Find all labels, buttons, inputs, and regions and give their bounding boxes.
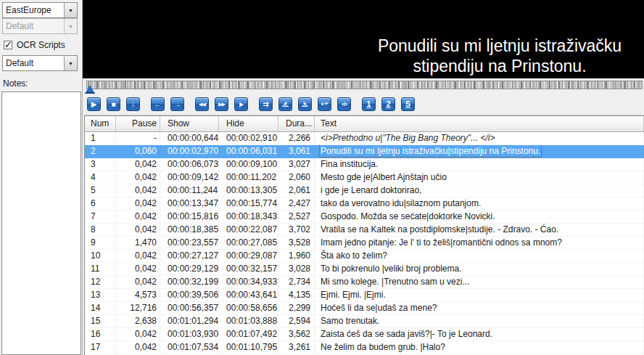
fast-forward-button[interactable]: ▶▶	[215, 97, 228, 111]
cell-duration: 2,266	[278, 132, 315, 144]
style-1-button[interactable]: 1	[362, 97, 376, 111]
subtitle-row[interactable]: 17 0,042 00:01:07,534 00:01:10,795 3,261…	[85, 341, 644, 354]
column-header-show[interactable]: Show	[160, 116, 219, 131]
subtitle-row[interactable]: 7 0,042 00:00:15,816 00:00:18,343 2,527 …	[85, 211, 644, 224]
subtitle-row[interactable]: 6 0,042 00:00:13,347 00:00:15,774 2,427 …	[85, 197, 644, 211]
notes-label: Notes:	[3, 78, 79, 89]
rewind-icon: ◀◀	[199, 102, 205, 107]
subtitle-row[interactable]: 5 0,042 00:00:11,244 00:00:13,305 2,061 …	[85, 184, 644, 197]
rewind-button[interactable]: ◀◀	[195, 97, 209, 111]
subtitle-row[interactable]: 4 0,042 00:00:09,142 00:00:11,202 2,060 …	[85, 171, 644, 184]
cell-num: 12	[85, 276, 116, 288]
chevron-down-icon[interactable]: ▼	[64, 56, 77, 70]
cell-text: To bi pokrenulo |veliki broj problema.	[315, 263, 644, 275]
secondary-select-value: Default	[3, 21, 64, 31]
cell-hide: 00:00:58,656	[219, 302, 278, 314]
stop-icon: ■	[111, 101, 115, 108]
seek-right-button[interactable]: →	[170, 97, 184, 111]
subtitle-row[interactable]: 10 0,042 00:00:27,127 00:00:29,087 1,960…	[85, 250, 644, 263]
cell-hide: 00:00:13,305	[219, 184, 278, 197]
subtitle-overlay-line1: Ponudili su mi ljetnju istraživačku	[360, 36, 640, 56]
cell-show: 00:00:02,970	[160, 145, 219, 158]
subtitle-row[interactable]: 13 4,573 00:00:39,506 00:00:43,641 4,135…	[85, 289, 644, 302]
cell-duration: 2,734	[278, 276, 315, 288]
chevron-down-icon: ▼	[64, 19, 77, 33]
column-header-text[interactable]: Text	[315, 116, 644, 131]
cell-pause: 2,638	[116, 315, 160, 327]
timeline-track[interactable]	[86, 81, 643, 89]
cell-num: 3	[85, 158, 116, 171]
cell-show: 00:00:13,347	[160, 197, 219, 210]
cell-num: 4	[85, 171, 116, 184]
fast-forward-icon: ▶▶	[218, 102, 225, 107]
subtitle-row[interactable]: 12 0,042 00:00:32,199 00:00:34,933 2,734…	[85, 276, 644, 289]
split-button[interactable]: </>	[337, 97, 351, 111]
notes-textarea[interactable]	[1, 91, 81, 355]
play-button[interactable]: ▶	[87, 97, 101, 111]
subtitle-row[interactable]: 3 0,042 00:00:06,073 00:00:09,100 3,027 …	[85, 158, 644, 171]
cell-show: 00:01:07,534	[160, 341, 219, 354]
script-select[interactable]: Default ▼	[2, 55, 78, 71]
subtitle-row[interactable]: 15 2,638 00:01:01,294 00:01:03,888 2,594…	[85, 315, 644, 328]
add-time-button[interactable]: «+	[318, 97, 331, 111]
play-current-button[interactable]: |▶	[234, 97, 248, 111]
column-header-pause[interactable]: Pause	[116, 116, 160, 131]
ocr-scripts-row[interactable]: OCR Scripts	[4, 40, 79, 50]
cell-show: 00:00:23,557	[160, 237, 219, 249]
cell-hide: 00:00:32,157	[219, 263, 278, 275]
column-header-duration[interactable]: Dura...	[278, 116, 315, 131]
split-icon: </>	[342, 102, 347, 107]
subtitle-row[interactable]: 16 0,042 00:01:03,930 00:01:07,492 3,562…	[85, 328, 644, 341]
cell-show: 00:00:56,357	[160, 302, 219, 314]
main-area: Ponudili su mi ljetnju istraživačku stip…	[83, 0, 644, 355]
cell-hide: 00:00:02,910	[219, 132, 278, 144]
ocr-scripts-checkbox[interactable]	[4, 41, 12, 49]
secondary-select[interactable]: Default ▼	[2, 18, 78, 34]
cell-text: Šta ako to želim?	[315, 250, 644, 262]
chevron-down-icon[interactable]: ▼	[64, 3, 77, 17]
cell-pause: 0,042	[116, 224, 160, 236]
cell-hide: 00:00:11,202	[219, 171, 278, 184]
subtitle-row[interactable]: 11 0,042 00:00:29,129 00:00:32,157 3,028…	[85, 263, 644, 276]
column-header-hide[interactable]: Hide	[219, 116, 278, 131]
seek-left-button[interactable]: ←	[151, 97, 165, 111]
set-start-button[interactable]	[278, 97, 292, 111]
language-select[interactable]: EastEurope ▼	[2, 2, 78, 18]
cell-pause: 4,573	[116, 289, 160, 301]
cell-duration: 2,427	[278, 197, 315, 210]
style-s-button[interactable]: S	[401, 97, 415, 111]
cell-text: Hoćeš li da se|udaš za mene?	[315, 302, 644, 314]
move-down-button[interactable]: ↓	[126, 97, 140, 111]
cell-pause: 0,042	[116, 341, 160, 354]
subtitle-row[interactable]: 9 1,470 00:00:23,557 00:00:27,085 3,528 …	[85, 237, 644, 250]
subtitle-row[interactable]: 2 0,060 00:00:02,970 00:00:06,031 3,061 …	[85, 145, 644, 158]
cell-num: 10	[85, 250, 116, 262]
cell-show: 00:00:00,644	[160, 132, 219, 144]
cell-num: 1	[85, 132, 116, 144]
stop-button[interactable]: ■	[107, 97, 120, 111]
column-header-num[interactable]: Num	[85, 116, 116, 131]
seek-left-icon: ←	[154, 101, 162, 108]
cell-pause: 1,470	[116, 237, 160, 249]
cell-duration: 3,027	[278, 158, 315, 171]
cell-duration: 2,299	[278, 302, 315, 314]
cell-hide: 00:01:03,888	[219, 315, 278, 327]
cell-hide: 00:00:43,641	[219, 289, 278, 301]
cell-show: 00:00:18,385	[160, 224, 219, 236]
subtitle-overlay: Ponudili su mi ljetnju istraživačku stip…	[360, 36, 640, 76]
style-2-button[interactable]: 2	[381, 97, 395, 111]
cell-text: Ejmi. Ejmi. |Ejmi.	[315, 289, 644, 301]
subtitle-row[interactable]: 8 0,042 00:00:18,385 00:00:22,087 3,702 …	[85, 224, 644, 237]
cell-num: 8	[85, 224, 116, 236]
subtitle-row[interactable]: 14 12,716 00:00:56,357 00:00:58,656 2,29…	[85, 302, 644, 315]
subtitle-row[interactable]: 1 - 00:00:00,644 00:00:02,910 2,266 <i>P…	[85, 132, 644, 145]
sidebar: EastEurope ▼ Default ▼ OCR Scripts Defau…	[0, 0, 83, 355]
cell-duration: 2,060	[278, 171, 315, 184]
cell-duration: 3,261	[278, 341, 315, 354]
set-end-button[interactable]	[298, 97, 312, 111]
subtitle-table: Num Pause Show Hide Dura... Text 1 - 00:…	[84, 115, 644, 355]
shift-times-button[interactable]: ⇉	[259, 97, 273, 111]
style-2-icon: 2	[386, 100, 390, 108]
cell-pause: 0,042	[116, 197, 160, 210]
style-s-icon: S	[405, 100, 410, 108]
